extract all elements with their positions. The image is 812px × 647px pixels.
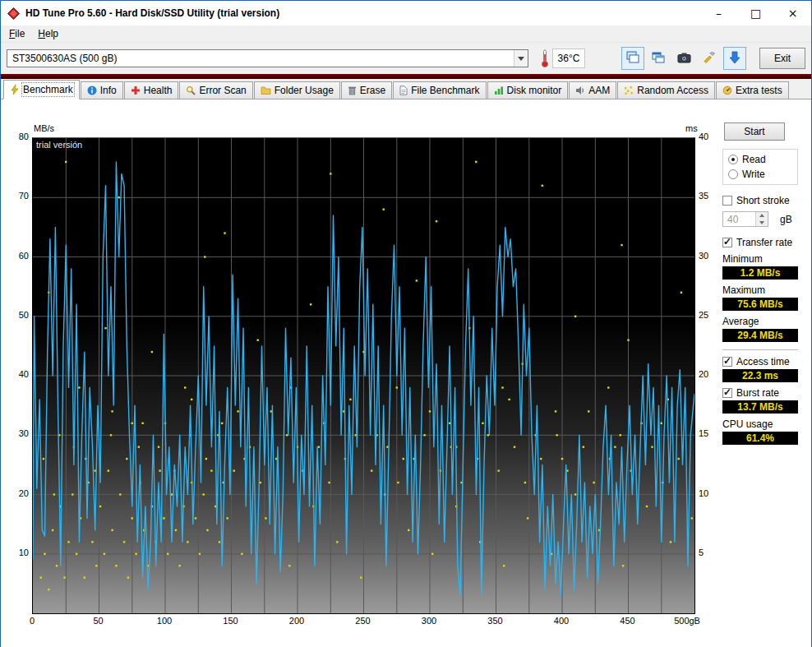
control-panel: Start Read Write Short stroke 40 (722, 122, 798, 445)
cpu-usage-label: CPU usage (722, 418, 798, 430)
tab-label: Error Scan (199, 85, 246, 96)
maximize-button[interactable]: □ (737, 1, 774, 25)
short-stroke-checkbox[interactable]: Short stroke (722, 195, 798, 206)
spin-up-button (756, 212, 768, 220)
read-radio-label: Read (742, 154, 766, 165)
transfer-rate-checkbox[interactable]: Transfer rate (722, 237, 798, 248)
right-axis-tick: 35 (699, 191, 708, 201)
window-title: HD Tune Pro 5.60 - Hard Disk/SSD Utility… (25, 7, 279, 19)
tab-random-access[interactable]: Random Access (617, 81, 715, 99)
average-label: Average (722, 316, 798, 327)
cpu-usage-value: 61.4% (722, 432, 798, 445)
tab-label: Benchmark (23, 84, 73, 95)
read-radio[interactable]: Read (728, 154, 792, 165)
menu-help[interactable]: Help (31, 26, 65, 41)
toolbar-buttons (621, 47, 746, 70)
copy-screen-icon (626, 51, 639, 67)
speaker-icon (575, 85, 585, 95)
spinner-buttons[interactable] (755, 212, 768, 226)
right-axis-tick: 5 (699, 548, 704, 557)
panel-separator (722, 349, 798, 351)
close-button[interactable]: × (774, 1, 811, 25)
right-axis-tick: 25 (699, 310, 708, 320)
tab-file-benchmark[interactable]: File Benchmark (393, 81, 486, 99)
save-results-button[interactable] (723, 47, 746, 70)
left-axis-tick: 60 (6, 251, 29, 261)
x-axis-tick: 0 (30, 616, 35, 626)
menu-file[interactable]: File (2, 26, 31, 41)
short-stroke-size-input[interactable]: 40 (722, 211, 768, 227)
x-axis-tick: 500gB (674, 616, 700, 626)
chart-canvas (33, 138, 694, 613)
tab-folder-usage[interactable]: Folder Usage (254, 81, 340, 99)
copy-screenshot-button[interactable] (621, 47, 644, 70)
minimum-value: 1.2 MB/s (722, 266, 798, 280)
radio-icon (728, 155, 738, 164)
tab-label: Extra tests (736, 85, 782, 96)
tab-extra-tests[interactable]: Extra tests (716, 81, 789, 99)
tab-label: Erase (360, 85, 385, 96)
maximum-value: 75.6 MB/s (722, 298, 798, 311)
tools-icon (703, 51, 716, 67)
tab-label: Health (144, 85, 173, 96)
checkbox-icon (722, 357, 732, 367)
tab-aam[interactable]: AAM (569, 81, 616, 99)
checkbox-icon (722, 196, 732, 206)
tab-disk-monitor[interactable]: Disk monitor (487, 81, 569, 99)
extra-icon (722, 85, 732, 95)
left-axis-tick: 80 (6, 132, 29, 141)
window-controls: – □ × (700, 1, 811, 25)
burst-rate-checkbox[interactable]: Burst rate (722, 387, 798, 399)
left-axis-tick: 50 (6, 310, 29, 320)
left-axis-tick: 10 (6, 548, 29, 557)
minimize-button[interactable]: – (700, 1, 737, 25)
write-radio[interactable]: Write (728, 169, 792, 180)
short-stroke-size-value: 40 (723, 212, 755, 226)
menubar: FileHelp (1, 25, 811, 43)
random-icon (624, 85, 634, 95)
x-axis-tick: 200 (289, 616, 304, 626)
right-axis-tick: 10 (699, 488, 708, 498)
right-axis-unit: ms (685, 123, 698, 133)
x-axis-tick: 50 (93, 616, 103, 626)
benchmark-icon (10, 85, 20, 95)
minimum-label: Minimum (722, 253, 798, 265)
burst-rate-value: 13.7 MB/s (722, 400, 798, 414)
tab-error-scan[interactable]: Error Scan (179, 81, 252, 99)
monitor-icon (494, 85, 504, 95)
write-radio-label: Write (742, 169, 765, 180)
camera-icon (677, 52, 691, 66)
access-time-checkbox[interactable]: Access time (722, 356, 798, 367)
access-time-value: 22.3 ms (722, 369, 798, 382)
camera-button[interactable] (672, 47, 695, 70)
app-icon (7, 7, 21, 20)
start-button[interactable]: Start (724, 122, 785, 141)
left-axis-tick: 40 (6, 369, 29, 379)
copy-window-button[interactable] (647, 47, 670, 70)
app-window: HD Tune Pro 5.60 - Hard Disk/SSD Utility… (0, 0, 812, 647)
tab-label: File Benchmark (411, 85, 479, 96)
tab-label: AAM (588, 85, 610, 96)
toolbar: ST3500630AS (500 gB) 36°C Exit (1, 43, 811, 74)
short-stroke-label: Short stroke (736, 195, 790, 206)
tab-label: Info (100, 85, 117, 96)
tab-info[interactable]: Info (81, 81, 123, 99)
drive-select[interactable]: ST3500630AS (500 gB) (7, 49, 528, 67)
tab-erase[interactable]: Erase (341, 81, 392, 99)
exit-button[interactable]: Exit (759, 48, 805, 69)
x-axis-tick: 350 (487, 616, 502, 626)
tab-benchmark[interactable]: Benchmark (3, 80, 80, 99)
transfer-rate-label: Transfer rate (736, 237, 792, 248)
x-axis-tick: 300 (422, 616, 436, 626)
checkbox-icon (722, 388, 732, 398)
tab-label: Disk monitor (507, 85, 562, 96)
right-axis-tick: 20 (699, 369, 708, 379)
tab-health[interactable]: Health (124, 81, 179, 99)
error-scan-icon (186, 85, 196, 95)
spin-down-button (756, 220, 768, 227)
options-button[interactable] (698, 47, 721, 70)
benchmark-chart: trial versión (32, 137, 695, 614)
temperature-display: 36°C (552, 49, 585, 68)
left-axis-tick: 30 (6, 428, 29, 438)
right-axis-tick: 40 (699, 132, 708, 141)
